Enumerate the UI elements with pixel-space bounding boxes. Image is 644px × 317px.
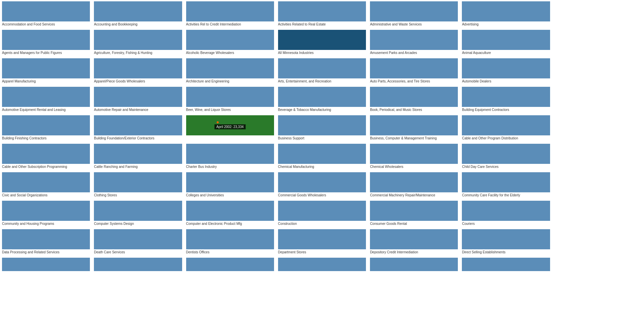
- industry-cell[interactable]: Book, Periodical, and Music Stores: [368, 85, 460, 114]
- industry-label: Arts, Entertainment, and Recreation: [278, 79, 366, 83]
- sparkline-chart: [186, 87, 274, 107]
- industry-label: Child Day Care Services: [462, 165, 550, 169]
- industry-cell[interactable]: Animal Aquaculture: [460, 28, 552, 57]
- industry-cell[interactable]: Cable and Other Program Distribution: [460, 114, 552, 142]
- industry-cell[interactable]: Department Stores: [276, 228, 368, 256]
- sparkline-chart: [462, 30, 550, 50]
- industry-cell[interactable]: Apparel Manufacturing: [0, 57, 92, 85]
- industry-cell[interactable]: [276, 256, 368, 274]
- industry-cell[interactable]: Community Care Facility for the Elderly: [460, 171, 552, 199]
- sparkline-chart: [370, 87, 458, 107]
- industry-cell[interactable]: Commercial Machinery Repair/Maintenance: [368, 171, 460, 199]
- sparkline-chart: [278, 58, 366, 78]
- industry-cell[interactable]: Arts, Entertainment, and Recreation: [276, 57, 368, 85]
- sparkline-chart: [2, 30, 90, 50]
- industry-label: Couriers: [462, 222, 550, 226]
- sparkline-chart: [186, 30, 274, 50]
- industry-cell[interactable]: Charter Bus Industry: [184, 142, 276, 171]
- sparkline-chart: [370, 144, 458, 164]
- sparkline-chart: [186, 172, 274, 192]
- industry-cell[interactable]: Consumer Goods Rental: [368, 199, 460, 228]
- industry-label: Community Care Facility for the Elderly: [462, 193, 550, 197]
- industry-cell[interactable]: April 2002: 23,334: [184, 114, 276, 142]
- industry-cell[interactable]: Activities Related to Real Estate: [276, 0, 368, 28]
- industry-cell[interactable]: [184, 256, 276, 274]
- industry-cell[interactable]: Advertising: [460, 0, 552, 28]
- industry-label: Apparel Manufacturing: [2, 79, 90, 83]
- industry-cell[interactable]: Beer, Wine, and Liquor Stores: [184, 85, 276, 114]
- industry-label: Dentists Offices: [186, 250, 274, 254]
- industry-cell[interactable]: Death Care Services: [92, 228, 184, 256]
- industry-cell[interactable]: Accounting and Bookkeeping: [92, 0, 184, 28]
- industry-cell[interactable]: Chemical Manufacturing: [276, 142, 368, 171]
- industry-cell[interactable]: Depository Credit Intermediation: [368, 228, 460, 256]
- sparkline-chart: [186, 144, 274, 164]
- industry-cell[interactable]: Architecture and Engineering: [184, 57, 276, 85]
- industry-cell[interactable]: Auto Parts, Accessories, and Tire Stores: [368, 57, 460, 85]
- industry-cell[interactable]: Cable and Other Subscription Programming: [0, 142, 92, 171]
- sparkline-chart: [370, 229, 458, 249]
- sparkline-chart: [462, 1, 550, 21]
- industry-cell[interactable]: Child Day Care Services: [460, 142, 552, 171]
- industry-cell[interactable]: Agents and Managers for Public Figures: [0, 28, 92, 57]
- industry-cell[interactable]: Automobile Dealers: [460, 57, 552, 85]
- industry-cell[interactable]: Business Support: [276, 114, 368, 142]
- industry-cell[interactable]: Civic and Social Organizations: [0, 171, 92, 199]
- industry-cell[interactable]: Accommodation and Food Services: [0, 0, 92, 28]
- industry-cell[interactable]: Chemical Wholesalers: [368, 142, 460, 171]
- industry-cell[interactable]: Community and Housing Programs: [0, 199, 92, 228]
- industry-label: Computer and Electronic Product Mfg: [186, 222, 274, 226]
- industry-cell[interactable]: Apparel/Piece Goods Wholesalers: [92, 57, 184, 85]
- industry-cell[interactable]: Beverage & Tobacco Manufacturing: [276, 85, 368, 114]
- industry-cell[interactable]: Automotive Equipment Rental and Leasing: [0, 85, 92, 114]
- sparkline-chart: [278, 30, 366, 50]
- industry-label: Beverage & Tobacco Manufacturing: [278, 108, 366, 112]
- industry-cell[interactable]: Construction: [276, 199, 368, 228]
- industry-cell[interactable]: Cattle Ranching and Farming: [92, 142, 184, 171]
- industry-cell[interactable]: Administrative and Waste Services: [368, 0, 460, 28]
- sparkline-chart: [370, 258, 458, 271]
- industry-cell[interactable]: All Minnesota Industries: [276, 28, 368, 57]
- industry-cell[interactable]: Couriers: [460, 199, 552, 228]
- industry-cell[interactable]: Building Foundation/Exterior Contractors: [92, 114, 184, 142]
- industry-cell[interactable]: Dentists Offices: [184, 228, 276, 256]
- sparkline-chart: [2, 172, 90, 192]
- industry-label: Colleges and Universities: [186, 193, 274, 197]
- industry-cell[interactable]: Commercial Goods Wholesalers: [276, 171, 368, 199]
- sparkline-chart: [462, 229, 550, 249]
- sparkline-chart: [94, 115, 182, 135]
- industry-label: Computer Systems Design: [94, 222, 182, 226]
- industry-cell[interactable]: [368, 256, 460, 274]
- industry-cell[interactable]: [92, 256, 184, 274]
- industry-cell[interactable]: Activities Rel to Credit Intermediation: [184, 0, 276, 28]
- sparkline-chart: [94, 30, 182, 50]
- industry-cell[interactable]: Building Finishing Contractors: [0, 114, 92, 142]
- industry-label: Auto Parts, Accessories, and Tire Stores: [370, 79, 458, 83]
- industry-cell[interactable]: Alcoholic Beverage Wholesalers: [184, 28, 276, 57]
- industry-cell[interactable]: Building Equipment Contractors: [460, 85, 552, 114]
- industry-label: Building Equipment Contractors: [462, 108, 550, 112]
- industry-cell[interactable]: Direct Selling Establishments: [460, 228, 552, 256]
- industry-label: Book, Periodical, and Music Stores: [370, 108, 458, 112]
- sparkline-chart: [278, 1, 366, 21]
- industry-cell[interactable]: Colleges and Universities: [184, 171, 276, 199]
- sparkline-chart: [2, 115, 90, 135]
- industry-cell[interactable]: Agriculture, Forestry, Fishing & Hunting: [92, 28, 184, 57]
- industry-cell[interactable]: Computer Systems Design: [92, 199, 184, 228]
- industry-label: Advertising: [462, 22, 550, 26]
- industry-label: Automotive Repair and Maintenance: [94, 108, 182, 112]
- industry-cell[interactable]: Business, Computer & Management Training: [368, 114, 460, 142]
- sparkline-chart: [186, 201, 274, 221]
- industry-label: Activities Related to Real Estate: [278, 22, 366, 26]
- industry-cell[interactable]: Computer and Electronic Product Mfg: [184, 199, 276, 228]
- industry-cell[interactable]: Amusement Parks and Arcades: [368, 28, 460, 57]
- sparkline-chart: [462, 172, 550, 192]
- industry-cell[interactable]: Data Processing and Related Services: [0, 228, 92, 256]
- industry-cell[interactable]: [460, 256, 552, 274]
- industry-label: All Minnesota Industries: [278, 51, 366, 55]
- industry-cell[interactable]: Automotive Repair and Maintenance: [92, 85, 184, 114]
- industry-cell[interactable]: Clothing Stores: [92, 171, 184, 199]
- sparkline-chart: [94, 201, 182, 221]
- industry-cell[interactable]: [0, 256, 92, 274]
- sparkline-chart: [462, 115, 550, 135]
